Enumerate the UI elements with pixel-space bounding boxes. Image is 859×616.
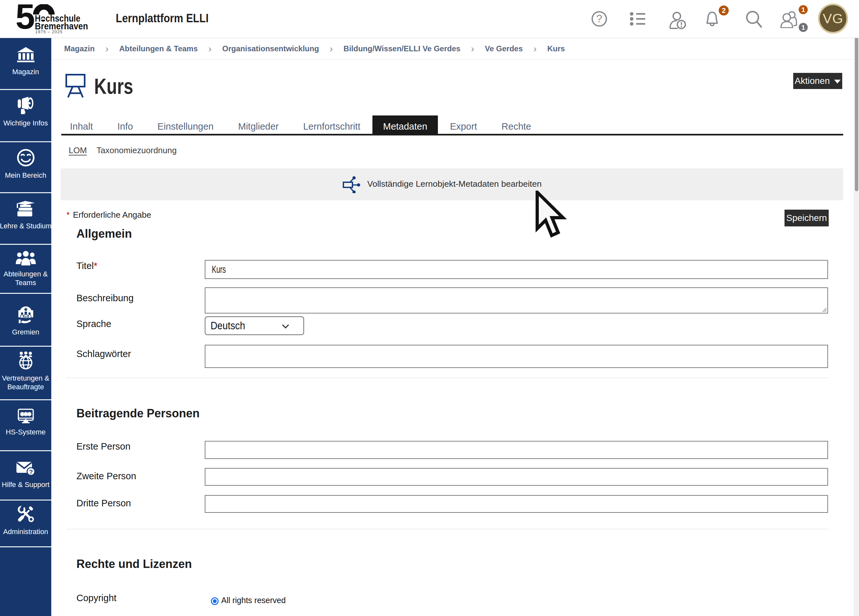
svg-text:?: ? <box>596 13 602 25</box>
svg-text:?: ? <box>29 468 33 475</box>
